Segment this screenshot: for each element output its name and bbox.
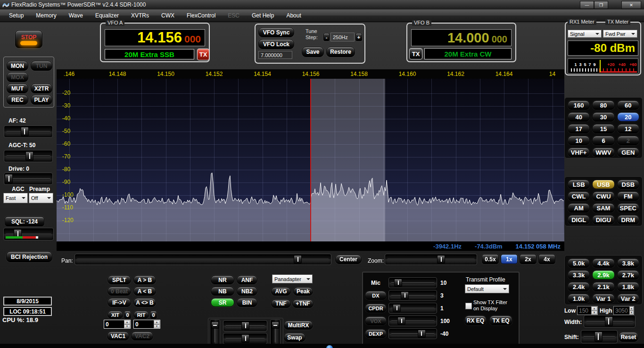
rx2-pan-thumb[interactable] bbox=[241, 334, 249, 343]
a-to-b-button[interactable]: A > B bbox=[133, 275, 156, 284]
vfo-lock-button[interactable]: VFO Lock bbox=[258, 39, 294, 49]
filter-low-down-icon[interactable]: ▼ bbox=[591, 311, 597, 315]
mox-button[interactable]: MOX bbox=[7, 72, 28, 82]
rit-value-field[interactable]: 0 ▲▼ bbox=[133, 320, 160, 329]
rit-zero-button[interactable]: 0 bbox=[150, 311, 157, 319]
filter-button-3.3k[interactable]: 3.3k bbox=[568, 270, 590, 280]
mode-button-cwl[interactable]: CWL bbox=[568, 191, 590, 201]
filter-button-3.8k[interactable]: 3.8k bbox=[617, 258, 639, 268]
filter-high-field[interactable]: 3050 ▲▼ bbox=[613, 306, 634, 315]
maximize-button[interactable]: ❐ bbox=[594, 1, 608, 9]
filter-low-up-icon[interactable]: ▲ bbox=[591, 307, 597, 311]
dx-slider[interactable] bbox=[388, 290, 437, 301]
dexp-button[interactable]: DEXP bbox=[365, 329, 387, 338]
band-button-10[interactable]: 10 bbox=[568, 136, 590, 145]
vfo-a-frequency-display[interactable]: 14.156 000 bbox=[105, 29, 205, 46]
dexp-slider-thumb[interactable] bbox=[418, 330, 426, 338]
rx-meter-select[interactable]: Signal bbox=[568, 30, 602, 38]
vac1-button[interactable]: VAC1 bbox=[107, 331, 129, 340]
mode-button-sam[interactable]: SAM bbox=[592, 203, 614, 213]
peak-button[interactable]: Peak bbox=[293, 287, 313, 296]
vfo-b-tx-button[interactable]: TX bbox=[409, 48, 422, 59]
filter-button-var-1[interactable]: Var 1 bbox=[592, 294, 614, 303]
band-button-15[interactable]: 15 bbox=[592, 124, 614, 133]
tun-button[interactable]: TUN bbox=[31, 61, 52, 71]
mode-button-spec[interactable]: SPEC bbox=[617, 203, 639, 213]
anf-button[interactable]: ANF bbox=[237, 275, 257, 284]
cpdr-slider-thumb[interactable] bbox=[393, 304, 401, 312]
display-mode-select[interactable]: Panadapter bbox=[272, 274, 313, 283]
rx-eq-button[interactable]: RX EQ bbox=[464, 315, 487, 325]
avg-button[interactable]: AVG bbox=[271, 287, 291, 296]
band-button-vhf+[interactable]: VHF+ bbox=[568, 148, 590, 157]
filter-button-var-2[interactable]: Var 2 bbox=[617, 294, 639, 303]
zoom-preset-0.5x[interactable]: 0.5x bbox=[482, 254, 499, 264]
xit-down-icon[interactable]: ▼ bbox=[124, 324, 130, 329]
tnf-button[interactable]: TNF bbox=[271, 299, 291, 308]
vox-slider-thumb[interactable] bbox=[397, 317, 405, 325]
power-stop-button[interactable]: STOP bbox=[15, 30, 42, 48]
minimize-button[interactable]: — bbox=[580, 1, 594, 9]
menu-memory[interactable]: Memory bbox=[30, 9, 62, 22]
bin-button[interactable]: BIN bbox=[237, 298, 257, 307]
swap-button[interactable]: Swap bbox=[284, 333, 305, 342]
rx2-pan-slider[interactable] bbox=[223, 333, 267, 344]
mode-button-cwu[interactable]: CWU bbox=[592, 191, 614, 201]
vox-button[interactable]: VOX bbox=[365, 316, 387, 325]
shift-reset-button[interactable]: Reset bbox=[619, 332, 638, 342]
nb-button[interactable]: NB bbox=[211, 287, 234, 296]
nb2-button[interactable]: NB2 bbox=[237, 287, 257, 296]
width-slider-thumb[interactable] bbox=[605, 316, 613, 326]
menu-setup[interactable]: Setup bbox=[3, 9, 30, 22]
rx2-volume-thumb[interactable] bbox=[272, 322, 279, 329]
af-slider[interactable] bbox=[4, 125, 53, 138]
restore-button[interactable]: Restore bbox=[326, 47, 355, 57]
band-button-40[interactable]: 40 bbox=[568, 112, 590, 122]
band-button-17[interactable]: 17 bbox=[568, 124, 590, 133]
frequency-entry-field[interactable]: 7.000000 bbox=[258, 51, 292, 59]
shift-slider-thumb[interactable] bbox=[594, 331, 603, 342]
squelch-slider[interactable] bbox=[3, 228, 54, 240]
filter-button-1.8k[interactable]: 1.8k bbox=[617, 282, 639, 291]
b-to-a-button[interactable]: A < B bbox=[133, 287, 156, 296]
spectrum-canvas[interactable] bbox=[57, 79, 564, 241]
menu-about[interactable]: About bbox=[280, 9, 307, 22]
agct-slider-thumb[interactable] bbox=[25, 151, 33, 161]
mon-button[interactable]: MON bbox=[7, 61, 28, 71]
split-button[interactable]: SPLT bbox=[107, 275, 131, 284]
if-to-vfo-button[interactable]: IF->V bbox=[107, 298, 131, 307]
zoom-slider-thumb[interactable] bbox=[437, 255, 445, 264]
vfo-sync-button[interactable]: VFO Sync bbox=[258, 27, 294, 37]
band-button-gen[interactable]: GEN bbox=[617, 148, 639, 157]
mode-button-usb[interactable]: USB bbox=[592, 180, 614, 189]
xit-button[interactable]: XIT bbox=[107, 311, 123, 319]
menu-xvtrs[interactable]: XVTRs bbox=[125, 9, 155, 22]
pan-center-button[interactable]: Center bbox=[335, 255, 362, 264]
rit-button[interactable]: RIT bbox=[133, 311, 149, 319]
nr-button[interactable]: NR bbox=[211, 275, 234, 284]
filter-button-1.0k[interactable]: 1.0k bbox=[568, 294, 590, 303]
rx1-volume-vslider[interactable] bbox=[210, 319, 220, 345]
width-slider[interactable] bbox=[584, 315, 636, 328]
filter-button-2.1k[interactable]: 2.1k bbox=[592, 282, 614, 291]
zoom-preset-2x[interactable]: 2x bbox=[520, 254, 537, 264]
rx1-pan-thumb[interactable] bbox=[241, 322, 249, 330]
af-slider-thumb[interactable] bbox=[21, 127, 29, 136]
band-button-60[interactable]: 60 bbox=[617, 100, 639, 110]
menu-cwx[interactable]: CWX bbox=[155, 9, 181, 22]
mut-button[interactable]: MUT bbox=[7, 83, 28, 93]
zero-beat-button[interactable]: 0 Beat bbox=[107, 287, 131, 296]
menu-flexcontrol[interactable]: FlexControl bbox=[181, 9, 222, 22]
band-button-160[interactable]: 160 bbox=[568, 100, 590, 110]
cpdr-slider[interactable] bbox=[388, 303, 437, 314]
close-button[interactable]: ✕ bbox=[621, 1, 641, 9]
mode-button-lsb[interactable]: LSB bbox=[568, 180, 590, 189]
drive-slider[interactable] bbox=[4, 173, 53, 185]
transmit-profile-select[interactable]: Default bbox=[465, 284, 509, 293]
band-button-20[interactable]: 20 bbox=[617, 112, 639, 122]
rx1-volume-thumb[interactable] bbox=[211, 322, 219, 329]
rx1-pan-slider[interactable] bbox=[223, 320, 267, 331]
tx-meter-select[interactable]: Fwd Pwr bbox=[603, 30, 637, 38]
mode-button-digl[interactable]: DIGL bbox=[568, 215, 590, 224]
mode-button-fm[interactable]: FM bbox=[617, 191, 639, 201]
